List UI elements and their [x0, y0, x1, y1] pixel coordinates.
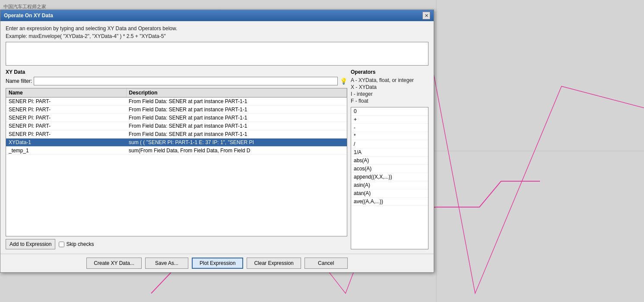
- hint-text: Enter an expression by typing and select…: [6, 25, 428, 31]
- row-description: From Field Data: SENER at part instance …: [126, 98, 347, 106]
- lightbulb-icon[interactable]: 💡: [339, 77, 347, 85]
- col-description: Description: [126, 88, 347, 98]
- xy-data-panel: XY Data Name filter: 💡 Name Description: [6, 69, 347, 249]
- add-to-expression-button[interactable]: Add to Expression: [6, 239, 55, 249]
- operator-legend-item: F - float: [351, 98, 428, 104]
- table-row[interactable]: _temp_1sum(From Field Data, From Field D…: [6, 147, 347, 155]
- operator-item[interactable]: abs(A): [351, 157, 428, 165]
- row-name: SENER PI: PART-: [6, 122, 126, 130]
- xy-data-table[interactable]: Name Description SENER PI: PART-From Fie…: [6, 88, 347, 236]
- skip-checks-text: Skip checks: [66, 241, 94, 247]
- create-xy-data-button[interactable]: Create XY Data...: [86, 258, 142, 269]
- operators-panel: Operators A - XYData, float, or integerX…: [351, 69, 428, 249]
- row-description: sum(From Field Data, From Field Data, Fr…: [126, 147, 347, 155]
- plot-expression-button[interactable]: Plot Expression: [192, 258, 243, 269]
- operator-legend-item: I - integer: [351, 91, 428, 98]
- operator-item[interactable]: -: [351, 124, 428, 132]
- xy-data-title: XY Data: [6, 69, 347, 75]
- operator-item[interactable]: 0: [351, 107, 428, 116]
- row-name: SENER PI: PART-: [6, 114, 126, 122]
- operator-item[interactable]: append((X,X,...)): [351, 173, 428, 181]
- dialog: Operate On XY Data ✕ Enter an expression…: [0, 9, 434, 273]
- title-bar: Operate On XY Data ✕: [0, 10, 434, 21]
- dialog-footer: Create XY Data... Save As... Plot Expres…: [0, 254, 434, 272]
- close-button[interactable]: ✕: [422, 12, 430, 19]
- dialog-body: Enter an expression by typing and select…: [0, 21, 434, 254]
- clear-expression-button[interactable]: Clear Expression: [247, 258, 301, 269]
- operators-scroll-list[interactable]: 0+-*/1/Aabs(A)acos(A)append((X,X,...))as…: [351, 107, 428, 249]
- operator-legend-item: X - XYData: [351, 84, 428, 91]
- skip-checks-label[interactable]: Skip checks: [59, 241, 94, 247]
- name-filter-label: Name filter:: [6, 78, 32, 84]
- row-description: From Field Data: SENER at part instance …: [126, 106, 347, 114]
- row-name: SENER PI: PART-: [6, 130, 126, 138]
- xy-bottom-row: Add to Expression Skip checks: [6, 239, 347, 249]
- row-name: _temp_1: [6, 147, 126, 155]
- row-name: XYData-1: [6, 138, 126, 147]
- operators-legend: A - XYData, float, or integerX - XYDataI…: [351, 77, 428, 104]
- operator-item[interactable]: /: [351, 140, 428, 148]
- operator-legend-item: A - XYData, float, or integer: [351, 77, 428, 84]
- operator-item[interactable]: asin(A): [351, 181, 428, 189]
- example-text: Example: maxEnvelope( "XYData-2", "XYDat…: [6, 33, 428, 39]
- row-description: From Field Data: SENER at part instance …: [126, 114, 347, 122]
- dialog-title: Operate On XY Data: [4, 13, 53, 19]
- row-name: SENER PI: PART-: [6, 106, 126, 114]
- operators-title: Operators: [351, 69, 428, 75]
- table-row[interactable]: SENER PI: PART-From Field Data: SENER at…: [6, 122, 347, 130]
- row-description: From Field Data: SENER at part instance …: [126, 122, 347, 130]
- table-row[interactable]: SENER PI: PART-From Field Data: SENER at…: [6, 130, 347, 138]
- operator-item[interactable]: atan(A): [351, 189, 428, 198]
- cancel-button[interactable]: Cancel: [305, 258, 348, 269]
- table-row[interactable]: SENER PI: PART-From Field Data: SENER at…: [6, 114, 347, 122]
- main-content: XY Data Name filter: 💡 Name Description: [6, 69, 428, 249]
- name-filter-row: Name filter: 💡: [6, 77, 347, 85]
- save-as-button[interactable]: Save As...: [145, 258, 188, 269]
- col-name: Name: [6, 88, 126, 98]
- table-row[interactable]: XYData-1sum ( ( "SENER PI: PART-1-1 E: 3…: [6, 138, 347, 147]
- table-row[interactable]: SENER PI: PART-From Field Data: SENER at…: [6, 106, 347, 114]
- row-name: SENER PI: PART-: [6, 98, 126, 106]
- row-description: From Field Data: SENER at part instance …: [126, 130, 347, 138]
- skip-checks-checkbox[interactable]: [59, 242, 64, 247]
- row-description: sum ( ( "SENER PI: PART-1-1 E: 37 IP: 1"…: [126, 138, 347, 147]
- operator-item[interactable]: *: [351, 132, 428, 140]
- name-filter-input[interactable]: [34, 77, 338, 85]
- operator-item[interactable]: 1/A: [351, 148, 428, 157]
- operator-item[interactable]: +: [351, 116, 428, 124]
- expression-textarea[interactable]: [6, 42, 428, 66]
- operator-item[interactable]: ave((A,A,...)): [351, 198, 428, 206]
- operator-item[interactable]: acos(A): [351, 165, 428, 173]
- table-row[interactable]: SENER PI: PART-From Field Data: SENER at…: [6, 98, 347, 106]
